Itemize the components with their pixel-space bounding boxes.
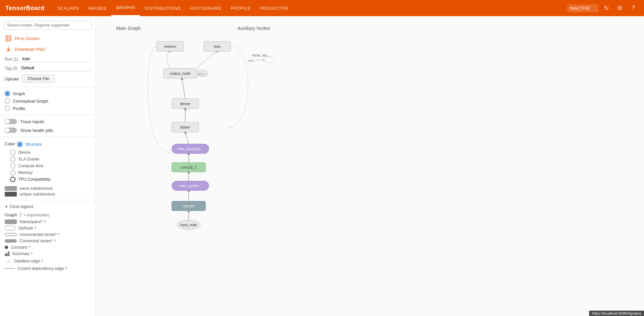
color-compute[interactable]: Compute time — [5, 163, 91, 169]
nav-graphs[interactable]: GRAPHS — [111, 0, 140, 16]
trace-inputs-toggle[interactable] — [5, 119, 17, 124]
trace-inputs-row: Trace inputs — [0, 117, 96, 126]
summary-help-link[interactable]: ? — [31, 252, 33, 256]
tag-label: Tag (3) — [5, 66, 17, 71]
tag-select[interactable]: Default — [20, 65, 91, 71]
nav-images[interactable]: IMAGES — [84, 0, 111, 16]
radio-profile[interactable]: Profile — [5, 105, 91, 112]
main-content: Main Graph Auxiliary Nodes metric — [96, 16, 644, 316]
connected-shape — [5, 239, 17, 243]
control-help-link[interactable]: ? — [65, 267, 67, 271]
svg-text:flatten: flatten — [180, 125, 190, 129]
connected-help-link[interactable]: ? — [54, 239, 56, 243]
node-dense[interactable]: dense — [172, 99, 199, 109]
radio-graph-indicator — [5, 91, 10, 96]
color-memory-label: Memory — [18, 170, 33, 175]
node-conv2d[interactable]: conv2d — [172, 201, 205, 211]
legend-color-unique: unique substructure — [5, 192, 91, 197]
choose-file-button[interactable]: Choose File — [22, 75, 55, 83]
legend-namespace-label: Namespace* ? — [20, 219, 46, 224]
fit-to-screen-button[interactable]: Fit to Screen — [0, 33, 96, 44]
legend-connected-label: Connected series* ? — [20, 239, 56, 243]
download-png-button[interactable]: Download PNG — [0, 44, 96, 55]
legend-namespace: Namespace* ? — [5, 219, 91, 224]
radio-graph[interactable]: Graph — [5, 90, 91, 97]
upload-row: Upload Choose File — [0, 73, 96, 85]
namespace-shape — [5, 219, 17, 224]
help-icon[interactable]: ? — [628, 3, 639, 13]
dataflow-shape: → — [5, 258, 11, 265]
svg-point-36 — [264, 57, 275, 63]
constant-help-link[interactable]: ? — [28, 245, 30, 249]
trace-inputs-label: Trace inputs — [20, 119, 44, 124]
color-xla[interactable]: XLA Cluster — [5, 156, 91, 163]
svg-text:conv2d: conv2d — [183, 204, 194, 208]
dataflow-help-link[interactable]: ? — [41, 259, 43, 263]
run-label: Run (1) — [5, 57, 18, 62]
color-tpu[interactable]: TPU Compatibility — [5, 176, 91, 183]
nav-distributions[interactable]: DISTRIBUTIONS — [140, 0, 186, 16]
legend-connected: Connected series* ? — [5, 239, 91, 243]
main-graph-label: Main Graph — [116, 26, 141, 31]
node-loss[interactable]: loss — [204, 41, 231, 51]
aux-graph-label: Auxiliary Nodes — [237, 26, 270, 31]
color-tpu-label: TPU Compatibility — [18, 177, 51, 182]
radio-conceptual[interactable]: Conceptual Graph — [5, 97, 91, 105]
radio-profile-label: Profile — [13, 106, 25, 111]
settings-icon[interactable]: ⚙ — [614, 3, 625, 13]
nav-profile[interactable]: PROFILE — [226, 0, 255, 16]
color-device[interactable]: Device — [5, 149, 91, 156]
node-input-node[interactable]: input_node — [177, 220, 200, 230]
legend-section: Graph (* = expandable) Namespace* ? OpNo… — [0, 211, 96, 272]
nav-projector[interactable]: PROJECTOR — [255, 0, 293, 16]
sidebar: Fit to Screen Download PNG Run (1) train… — [0, 16, 96, 316]
close-legend-button[interactable]: ▼ Close legend. — [0, 202, 96, 211]
color-title: Color — [5, 141, 15, 146]
radio-profile-indicator — [5, 106, 10, 111]
color-memory[interactable]: Memory — [5, 169, 91, 176]
status-select[interactable]: INACTIVE — [567, 4, 598, 12]
control-shape — [5, 268, 15, 269]
same-substructure-label: same substructure — [20, 186, 53, 191]
node-max-poolin[interactable]: max_poolin... — [172, 181, 209, 190]
legend-opnode-label: OpNode ? — [18, 226, 36, 231]
radio-conceptual-label: Conceptual Graph — [13, 99, 49, 104]
node-max-pooling2[interactable]: max_pooling2... — [172, 144, 209, 153]
legend-constant: Constant ? — [5, 245, 91, 250]
svg-line-30 — [185, 132, 189, 144]
legend-items: Namespace* ? OpNode ? Unconnected series… — [5, 219, 91, 271]
health-pills-label: Show health pills — [20, 128, 53, 133]
color-xla-label: XLA Cluster — [18, 157, 39, 162]
constant-shape — [5, 246, 8, 249]
run-select[interactable]: train — [21, 56, 91, 62]
node-metrics[interactable]: metrics — [157, 41, 184, 51]
graph-area[interactable]: Main Graph Auxiliary Nodes metric — [96, 16, 644, 316]
legend-summary-label: Summary ? — [12, 251, 33, 256]
svg-rect-1 — [9, 36, 11, 38]
color-structure[interactable]: Structure — [17, 141, 42, 148]
graph-svg[interactable]: metrics loss output_node out_n... — [103, 35, 406, 270]
health-pills-toggle[interactable] — [5, 128, 17, 133]
nav-scalars[interactable]: SCALARS — [53, 0, 84, 16]
close-legend-label: Close legend. — [9, 204, 34, 209]
search-input[interactable] — [4, 21, 92, 30]
color-device-label: Device — [18, 150, 31, 155]
legend-color-same: same substructure — [5, 186, 91, 191]
opnode-help-link[interactable]: ? — [34, 226, 36, 230]
topnav-right: INACTIVE ↻ ⚙ ? — [567, 3, 639, 13]
opnode-shape — [5, 226, 15, 231]
node-flatten[interactable]: flatten — [172, 122, 199, 132]
svg-text:dense: dense — [180, 102, 190, 106]
node-keras-lea[interactable]: keras_lea... input — [248, 54, 275, 63]
nav-histograms[interactable]: HISTOGRAMS — [186, 0, 226, 16]
node-conv2d-1[interactable]: conv2d_1 — [172, 163, 205, 172]
color-memory-indicator — [10, 170, 15, 175]
node-output-node[interactable]: output_node out_n... — [163, 68, 208, 78]
run-row: Run (1) train — [0, 55, 96, 64]
divider-1 — [0, 87, 96, 87]
unconnected-help-link[interactable]: ? — [58, 233, 60, 237]
refresh-icon[interactable]: ↻ — [601, 3, 612, 13]
namespace-help-link[interactable]: ? — [44, 220, 46, 224]
legend-opnode: OpNode ? — [5, 226, 91, 231]
download-png-label: Download PNG — [15, 47, 45, 52]
